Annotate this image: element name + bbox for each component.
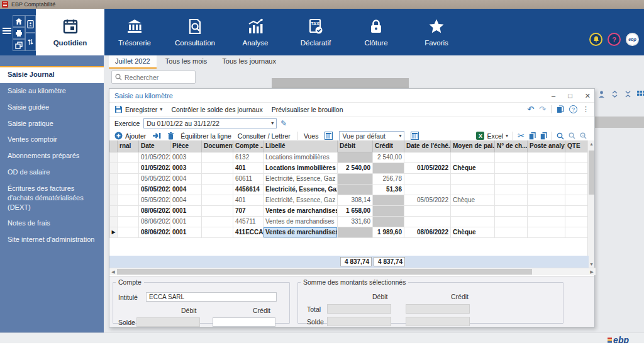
cell-ncheque[interactable]: [495, 227, 528, 237]
cell-piece[interactable]: 0004: [170, 195, 202, 205]
cell-credit[interactable]: [373, 216, 404, 227]
cell-date[interactable]: 05/05/2022: [139, 195, 170, 205]
cell-moyen[interactable]: [451, 216, 495, 227]
cell-debit[interactable]: [338, 173, 373, 184]
help-icon[interactable]: ?: [608, 33, 621, 46]
cell-poste[interactable]: [528, 184, 565, 195]
cell-echeance[interactable]: 08/06/2022: [404, 227, 451, 237]
filter-tab[interactable]: Tous les mois: [159, 55, 214, 69]
column-header[interactable]: Libellé: [264, 140, 338, 152]
cell-journal[interactable]: [118, 152, 139, 162]
cell-piece[interactable]: 0001: [170, 205, 202, 216]
copy-pages-icon[interactable]: [557, 105, 564, 113]
scroll-right-icon[interactable]: ▶: [588, 268, 596, 276]
cell-qte[interactable]: [565, 227, 589, 237]
nav-tab-quotidien[interactable]: Quotidien: [36, 9, 104, 55]
cell-poste[interactable]: [528, 195, 565, 205]
preview-draft-button[interactable]: Prévisualiser le brouillon: [272, 106, 343, 113]
row-marker[interactable]: [110, 173, 118, 184]
cell-date[interactable]: 08/06/2022: [139, 216, 170, 227]
cell-ncheque[interactable]: [495, 173, 528, 184]
cell-qte[interactable]: [565, 195, 589, 205]
horizontal-scrollbar-thumb[interactable]: [117, 269, 532, 275]
entry-row[interactable]: 08/06/20220001445711Ventes de marchandis…: [110, 216, 589, 227]
nav-tab-favoris[interactable]: Favoris: [406, 9, 467, 55]
collapse-rows-icon[interactable]: [624, 90, 632, 98]
balance-line-button[interactable]: Équilibrer la ligne: [180, 132, 231, 140]
zoom-in-icon[interactable]: [580, 132, 587, 139]
cell-moyen[interactable]: [451, 173, 495, 184]
sidebar-item[interactable]: Site internet d'administration: [0, 232, 104, 248]
cell-document[interactable]: [202, 205, 233, 216]
sidebar-item[interactable]: Saisie guidée: [0, 100, 104, 116]
horizontal-scrollbar[interactable]: ◀ ▶: [109, 268, 596, 275]
vertical-scrollbar[interactable]: ▲ ▼: [587, 140, 594, 268]
cell-credit[interactable]: 2 540,00: [373, 152, 404, 162]
search-input[interactable]: [111, 71, 196, 84]
cell-journal[interactable]: [118, 195, 139, 205]
cell-date[interactable]: 01/05/2022: [139, 162, 170, 173]
home-icon[interactable]: [13, 15, 25, 27]
cell-credit[interactable]: [373, 195, 404, 205]
redo-icon[interactable]: ↷: [539, 105, 546, 114]
cell-moyen[interactable]: [451, 205, 495, 216]
cell-compte[interactable]: 401: [233, 162, 264, 173]
cell-compte[interactable]: 445711: [233, 216, 264, 227]
search-grid-icon[interactable]: [557, 132, 564, 140]
cell-piece[interactable]: 0001: [170, 216, 202, 227]
cell-debit[interactable]: 1 658,00: [338, 205, 373, 216]
sort-transfer-icon[interactable]: [25, 33, 36, 51]
cell-poste[interactable]: [528, 227, 565, 237]
intitule-field[interactable]: ECCA SARL: [146, 292, 277, 302]
undo-icon[interactable]: ↶: [527, 105, 534, 114]
cell-libelle[interactable]: Locations immobilières: [264, 152, 338, 162]
ebp-brand-icon[interactable]: ebp: [626, 33, 639, 46]
cell-libelle[interactable]: Ventes de marchandises: [264, 205, 338, 216]
cell-debit[interactable]: [338, 152, 373, 162]
entry-row[interactable]: 05/05/2022000460611Electricité, Essence,…: [110, 173, 589, 184]
column-header[interactable]: Document: [202, 140, 233, 152]
views-settings-icon[interactable]: [411, 132, 419, 140]
sidebar-item[interactable]: Saisie Journal: [0, 66, 104, 83]
cell-date[interactable]: 05/05/2022: [139, 173, 170, 184]
sidebar-item[interactable]: OD de salaire: [0, 164, 104, 181]
scroll-down-icon[interactable]: ▼: [588, 261, 595, 268]
nav-tab-tresorerie[interactable]: Trésorerie: [104, 9, 165, 55]
paste-icon[interactable]: [540, 132, 547, 140]
cell-document[interactable]: [202, 227, 233, 237]
copy-icon[interactable]: [529, 132, 536, 140]
go-to-line-icon[interactable]: [152, 132, 161, 139]
sidebar-item[interactable]: Ventes comptoir: [0, 132, 104, 148]
cell-compte[interactable]: 401: [233, 195, 264, 205]
cell-document[interactable]: [202, 184, 233, 195]
cell-poste[interactable]: [528, 152, 565, 162]
save-button[interactable]: Enregistrer ▾: [114, 105, 162, 113]
cell-echeance[interactable]: 01/05/2022: [404, 162, 451, 173]
compte-solde-debit-field[interactable]: [136, 317, 200, 327]
user-icon[interactable]: [597, 90, 606, 98]
cell-poste[interactable]: [528, 205, 565, 216]
export-excel-button[interactable]: X Excel ▾: [476, 132, 508, 140]
cell-echeance[interactable]: [404, 205, 451, 216]
exercice-select[interactable]: Du 01/01/22 au 31/12/22▾: [143, 118, 277, 128]
row-marker[interactable]: ▶: [110, 227, 118, 237]
nav-tab-cloture[interactable]: Clôture: [346, 9, 406, 55]
entry-row[interactable]: ▶08/06/20220001411ECCAVentes de marchand…: [110, 227, 589, 237]
column-header[interactable]: Crédit: [373, 140, 404, 152]
cell-piece[interactable]: 0003: [170, 162, 202, 173]
column-header[interactable]: Date: [139, 140, 170, 152]
cell-piece[interactable]: 0004: [170, 184, 202, 195]
entry-row[interactable]: 01/05/20220003401Locations immobilières2…: [110, 162, 589, 173]
entry-row[interactable]: 01/05/202200036132Locations immobilières…: [110, 152, 589, 162]
cell-debit[interactable]: 308,14: [338, 195, 373, 205]
dialog-help-icon[interactable]: ?: [569, 105, 577, 113]
cell-echeance[interactable]: [404, 152, 451, 162]
cell-ncheque[interactable]: [495, 205, 528, 216]
edit-exercice-icon[interactable]: ✎: [280, 119, 287, 128]
cell-credit[interactable]: [373, 205, 404, 216]
column-header[interactable]: rnal: [118, 140, 139, 152]
cell-moyen[interactable]: Chèque: [451, 195, 495, 205]
cell-credit[interactable]: 256,78: [373, 173, 404, 184]
minimize-icon[interactable]: –: [552, 92, 555, 100]
cell-document[interactable]: [202, 162, 233, 173]
